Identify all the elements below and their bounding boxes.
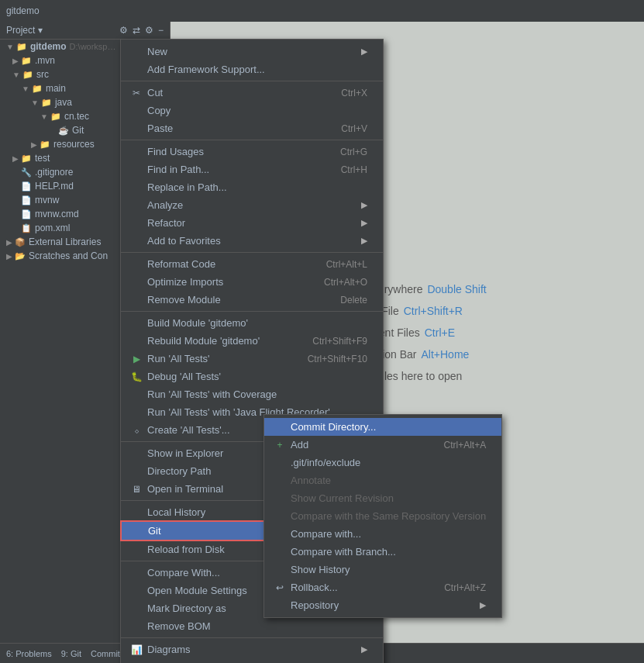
titlebar-title: gitdemo: [6, 5, 40, 16]
terminal-icon: 🖥: [130, 484, 143, 495]
hint-shortcut-goto: Ctrl+Shift+R: [404, 305, 463, 317]
statusbar-problems[interactable]: 6: Problems: [6, 649, 52, 658]
arrow-icon-diagrams: ▶: [361, 644, 367, 654]
panel-header-label: Project ▾: [6, 25, 43, 36]
create-tests-icon: ⬦: [130, 425, 143, 436]
git-submenu: Commit Directory... +Add Ctrl+Alt+A .git…: [263, 414, 502, 618]
menu-item-code-scan[interactable]: 🔍编码规约扫描 Ctrl+Alt+Shift+J: [121, 658, 383, 663]
separator-3: [121, 252, 383, 253]
minus-icon[interactable]: −: [158, 25, 164, 36]
diagrams-icon: 📊: [130, 644, 143, 655]
arrow-icon-new: ▶: [361, 47, 367, 57]
submenu-item-compare-with[interactable]: Compare with...: [264, 525, 501, 543]
menu-item-rebuild-module[interactable]: Rebuild Module 'gitdemo' Ctrl+Shift+F9: [121, 332, 383, 350]
submenu-item-rollback[interactable]: ↩Rollback... Ctrl+Alt+Z: [264, 578, 501, 596]
hint-shortcut-search: Double Shift: [427, 283, 486, 295]
menu-item-cut[interactable]: ✂Cut Ctrl+X: [121, 84, 383, 102]
hint-shortcut-recent: Ctrl+E: [425, 326, 455, 339]
settings-icon[interactable]: ⚙: [145, 25, 153, 36]
menu-item-remove-module[interactable]: Remove Module Delete: [121, 291, 383, 309]
menu-item-refactor[interactable]: Refactor ▶: [121, 214, 383, 232]
submenu-item-add[interactable]: +Add Ctrl+Alt+A: [264, 436, 501, 454]
menu-item-reformat[interactable]: Reformat Code Ctrl+Alt+L: [121, 255, 383, 273]
split-icon[interactable]: ⇄: [133, 25, 140, 36]
menu-item-run-tests[interactable]: ▶Run 'All Tests' Ctrl+Shift+F10: [121, 350, 383, 368]
submenu-item-repository[interactable]: Repository ▶: [264, 596, 501, 614]
menu-item-optimize-imports[interactable]: Optimize Imports Ctrl+Alt+O: [121, 273, 383, 291]
menu-item-add-favorites[interactable]: Add to Favorites ▶: [121, 232, 383, 250]
run-icon: ▶: [130, 354, 143, 364]
menu-item-add-framework[interactable]: Add Framework Support...: [121, 60, 383, 78]
arrow-icon-refactor: ▶: [361, 218, 367, 228]
submenu-item-git-info-exclude[interactable]: .git/info/exclude: [264, 454, 501, 471]
arrow-icon-favorites: ▶: [361, 236, 367, 246]
submenu-item-show-history[interactable]: Show History: [264, 561, 501, 578]
separator-2: [121, 140, 383, 140]
arrow-icon-analyze: ▶: [361, 200, 367, 210]
submenu-item-commit-dir[interactable]: Commit Directory...: [264, 418, 501, 436]
separator-4: [121, 311, 383, 312]
rollback-icon: ↩: [274, 582, 286, 593]
panel-header: Project ▾ ⚙ ⇄ ⚙ −: [0, 22, 170, 40]
arrow-icon-repository: ▶: [480, 600, 486, 610]
submenu-item-show-revision: Show Current Revision: [264, 489, 501, 507]
menu-item-find-usages[interactable]: Find Usages Ctrl+G: [121, 143, 383, 161]
menu-item-copy[interactable]: Copy: [121, 102, 383, 119]
cut-icon: ✂: [130, 88, 143, 98]
add-icon: +: [274, 440, 286, 451]
scratches-label: Scratches and Con: [29, 250, 108, 261]
separator-1: [121, 81, 383, 81]
menu-item-paste[interactable]: Paste Ctrl+V: [121, 119, 383, 137]
hint-shortcut-nav: Alt+Home: [421, 348, 469, 361]
menu-item-find-in-path[interactable]: Find in Path... Ctrl+H: [121, 161, 383, 178]
menu-item-remove-bom[interactable]: Remove BOM: [121, 617, 383, 635]
menu-item-diagrams[interactable]: 📊Diagrams ▶: [121, 641, 383, 658]
git-submenu-container: Commit Directory... +Add Ctrl+Alt+A .git…: [263, 414, 502, 618]
debug-icon: 🐛: [130, 371, 143, 382]
menu-item-build-module[interactable]: Build Module 'gitdemo': [121, 314, 383, 332]
menu-item-debug-tests[interactable]: 🐛Debug 'All Tests': [121, 368, 383, 385]
menu-item-new[interactable]: New ▶: [121, 43, 383, 60]
submenu-item-compare-same-repo: Compare with the Same Repository Version: [264, 507, 501, 525]
gear-icon[interactable]: ⚙: [119, 25, 128, 36]
submenu-item-compare-branch[interactable]: Compare with Branch...: [264, 543, 501, 561]
submenu-item-annotate: Annotate: [264, 471, 501, 489]
menu-item-run-coverage[interactable]: Run 'All Tests' with Coverage: [121, 385, 383, 403]
menu-item-replace-in-path[interactable]: Replace in Path...: [121, 178, 383, 196]
separator-8: [121, 637, 383, 638]
menu-item-analyze[interactable]: Analyze ▶: [121, 196, 383, 214]
statusbar-git[interactable]: 9: Git: [61, 649, 81, 658]
titlebar: gitdemo: [0, 0, 644, 22]
